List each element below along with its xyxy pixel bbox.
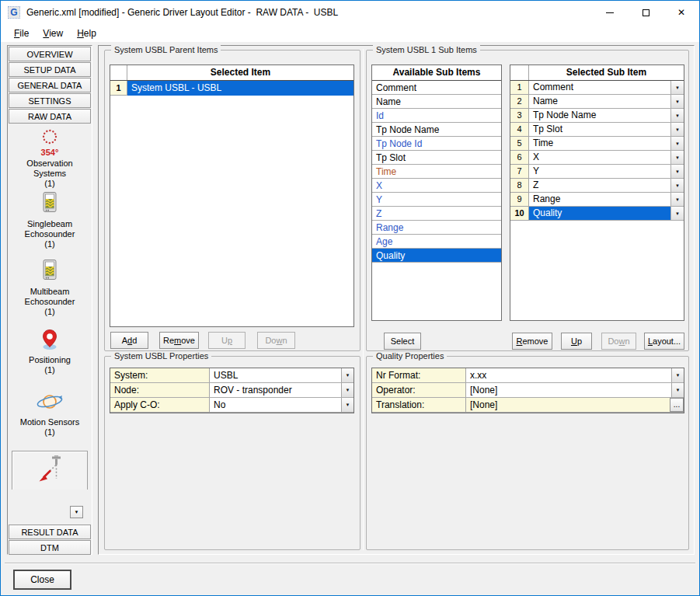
sidebar-tab-raw-data[interactable]: RAW DATA: [9, 109, 91, 124]
parent-up-button[interactable]: Up: [208, 332, 246, 349]
node-dropdown[interactable]: ROV - transponder ▼: [210, 383, 353, 397]
device-positioning[interactable]: Positioning (1): [9, 321, 91, 383]
chevron-down-icon[interactable]: ▼: [341, 398, 353, 412]
property-row-apply-co[interactable]: Apply C-O: No ▼: [110, 398, 353, 413]
selected-sub-item-row[interactable]: 9 Range ▼: [510, 193, 684, 207]
selected-sub-item-row[interactable]: 3 Tp Node Name ▼: [510, 109, 684, 123]
available-sub-item[interactable]: Name: [372, 95, 501, 109]
generic-driver-layout-editor-window: G Generic.xml [modified] - Generic Drive…: [0, 0, 700, 596]
app-icon: G: [8, 6, 20, 19]
chevron-down-icon[interactable]: ▼: [671, 383, 684, 397]
selected-sub-item-row[interactable]: 8 Z ▼: [510, 179, 684, 193]
row-dropdown-button[interactable]: ▼: [670, 151, 684, 165]
property-row-translation[interactable]: Translation: [None] ...: [372, 398, 684, 413]
available-sub-items-list[interactable]: Available Sub Items Comment Name Id Tp N…: [371, 64, 502, 321]
parent-add-button[interactable]: Add: [110, 332, 148, 349]
row-dropdown-button[interactable]: ▼: [670, 95, 684, 109]
chevron-down-icon: ▼: [675, 197, 680, 202]
close-window-button[interactable]: ✕: [663, 1, 699, 24]
footer-separator: [5, 563, 695, 564]
maximize-icon: [643, 9, 650, 16]
row-dropdown-button[interactable]: ▼: [670, 207, 684, 221]
minimize-icon: [606, 12, 614, 13]
sidebar-tab-settings[interactable]: SETTINGS: [9, 93, 91, 108]
window-title: Generic.xml [modified] - Generic Driver …: [26, 7, 338, 18]
menu-help[interactable]: Help: [70, 26, 103, 40]
row-dropdown-button[interactable]: ▼: [670, 123, 684, 137]
chevron-down-icon[interactable]: ▼: [341, 368, 353, 382]
sub-up-button[interactable]: Up: [561, 333, 592, 350]
row-dropdown-button[interactable]: ▼: [670, 165, 684, 179]
available-sub-item[interactable]: Range: [372, 221, 501, 235]
layout-button[interactable]: Layout...: [644, 333, 684, 350]
system-usbl-properties-table: System: USBL ▼ Node: ROV - transponder ▼…: [110, 368, 354, 413]
parent-down-button[interactable]: Down: [257, 332, 295, 349]
nr-format-dropdown[interactable]: x.xx ▼: [466, 368, 684, 382]
row-dropdown-button[interactable]: ▼: [670, 179, 684, 193]
row-dropdown-button[interactable]: ▼: [670, 137, 684, 151]
row-dropdown-button[interactable]: ▼: [670, 81, 684, 95]
selected-sub-item-row[interactable]: 10 Quality ▼: [510, 207, 684, 221]
device-motion-sensors[interactable]: Motion Sensors (1): [9, 383, 91, 451]
chevron-down-icon: ▼: [675, 183, 680, 188]
selected-sub-item-row[interactable]: 1 Comment ▼: [510, 81, 684, 95]
select-button[interactable]: Select: [384, 333, 421, 350]
system-usbl-properties-label: System USBL Properties: [111, 351, 211, 361]
system-dropdown[interactable]: USBL ▼: [210, 368, 353, 382]
available-sub-item[interactable]: Comment: [372, 81, 501, 95]
available-sub-item[interactable]: Quality: [372, 249, 501, 263]
parent-remove-button[interactable]: Remove: [159, 332, 199, 349]
selected-sub-item-row[interactable]: 5 Time ▼: [510, 137, 684, 151]
quality-properties-table: Nr Format: x.xx ▼ Operator: [None] ▼ Tra…: [371, 368, 684, 413]
selected-sub-item-row[interactable]: 4 Tp Slot ▼: [510, 123, 684, 137]
available-sub-item[interactable]: Z: [372, 207, 501, 221]
available-sub-item[interactable]: Tp Node Id: [372, 137, 501, 151]
row-dropdown-button[interactable]: ▼: [670, 193, 684, 207]
available-sub-item[interactable]: Y: [372, 193, 501, 207]
sidebar-tab-overview[interactable]: OVERVIEW: [9, 47, 91, 61]
main-panel: System USBL Parent Items Selected Item 1…: [98, 45, 695, 555]
available-sub-item[interactable]: Id: [372, 109, 501, 123]
property-row-operator[interactable]: Operator: [None] ▼: [372, 383, 684, 398]
property-row-system[interactable]: System: USBL ▼: [110, 368, 353, 383]
device-usbl[interactable]: USBL (1): [12, 451, 88, 490]
property-row-node[interactable]: Node: ROV - transponder ▼: [110, 383, 353, 398]
device-singlebeam-echosounder[interactable]: Singlebeam Echosounder (1): [9, 186, 91, 253]
parent-item-row[interactable]: 1 System USBL - USBL: [110, 81, 353, 96]
close-icon: ✕: [677, 7, 685, 18]
sidebar-tab-dtm[interactable]: DTM: [9, 540, 91, 555]
menu-view[interactable]: View: [36, 26, 70, 40]
available-sub-item[interactable]: Tp Node Name: [372, 123, 501, 137]
available-sub-item[interactable]: Tp Slot: [372, 151, 501, 165]
chevron-down-icon[interactable]: ▼: [341, 383, 353, 397]
available-sub-item[interactable]: Age: [372, 235, 501, 249]
available-sub-item[interactable]: Time: [372, 165, 501, 179]
sidebar-tab-setup-data[interactable]: SETUP DATA: [9, 62, 91, 77]
translation-ellipsis-button[interactable]: ...: [670, 398, 684, 412]
selected-sub-item-row[interactable]: 6 X ▼: [510, 151, 684, 165]
device-multibeam-echosounder[interactable]: Multibeam Echosounder (1): [9, 253, 91, 321]
quality-properties-group: Quality Properties Nr Format: x.xx ▼ Ope…: [366, 356, 689, 550]
apply-co-dropdown[interactable]: No ▼: [210, 398, 353, 412]
close-button[interactable]: Close: [13, 570, 71, 590]
property-row-nr-format[interactable]: Nr Format: x.xx ▼: [372, 368, 684, 383]
device-observation-systems[interactable]: 354° Observation Systems (1): [9, 124, 91, 186]
chevron-down-icon: ▼: [675, 85, 680, 90]
parent-items-group-label: System USBL Parent Items: [111, 45, 221, 54]
menu-file[interactable]: File: [7, 26, 36, 40]
sub-down-button[interactable]: Down: [601, 333, 636, 350]
maximize-button[interactable]: [628, 1, 663, 24]
chevron-down-icon[interactable]: ▼: [671, 368, 684, 382]
sidebar-tab-general-data[interactable]: GENERAL DATA: [9, 78, 91, 92]
selected-sub-items-table[interactable]: Selected Sub Item 1 Comment ▼ 2 Name ▼ 3…: [510, 64, 684, 321]
operator-dropdown[interactable]: [None] ▼: [466, 383, 684, 397]
sidebar-tab-result-data[interactable]: RESULT DATA: [9, 525, 91, 539]
device-list-scroll-down-button[interactable]: ▼: [70, 506, 83, 518]
available-sub-item[interactable]: X: [372, 179, 501, 193]
sub-remove-button[interactable]: Remove: [512, 333, 552, 350]
parent-items-table[interactable]: Selected Item 1 System USBL - USBL: [110, 64, 354, 327]
selected-sub-item-row[interactable]: 7 Y ▼: [510, 165, 684, 179]
minimize-button[interactable]: [592, 1, 628, 24]
selected-sub-item-row[interactable]: 2 Name ▼: [510, 95, 684, 109]
row-dropdown-button[interactable]: ▼: [670, 109, 684, 123]
